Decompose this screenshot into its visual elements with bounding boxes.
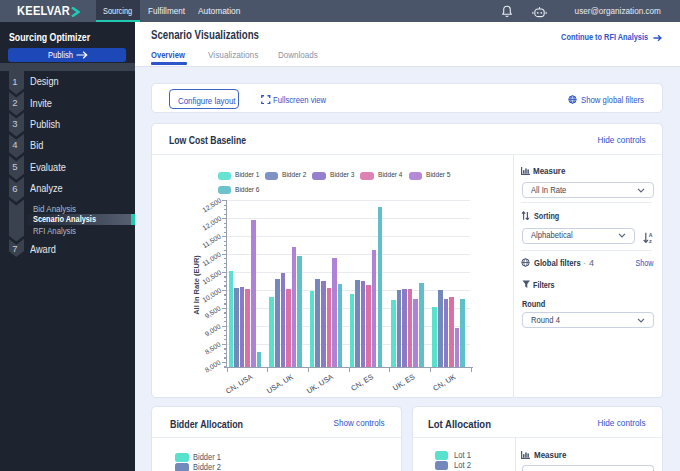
svg-text:A: A [649, 232, 653, 238]
svg-text:z: z [649, 238, 652, 243]
